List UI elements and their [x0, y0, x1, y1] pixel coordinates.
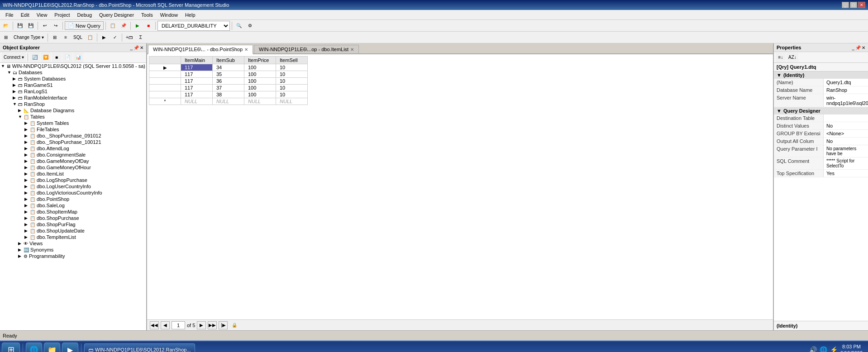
toolbar-results-btn[interactable]: 📋	[85, 33, 95, 43]
menu-query-designer[interactable]: Query Designer	[95, 10, 138, 19]
oe-diagrams-node[interactable]: ▶ 📐 Database Diagrams	[0, 107, 146, 114]
oe-gamemoneyofday-expander[interactable]: ▶	[24, 159, 30, 163]
oe-gamemoneyofday-node[interactable]: ▶ 📋 dbo.GameMoneyOfDay	[0, 158, 146, 164]
new-query-button[interactable]: 📄 New Query	[65, 21, 104, 30]
oe-attendlog-node[interactable]: ▶ 📋 dbo.AttendLog	[0, 145, 146, 152]
taskbar-clock[interactable]: 8:03 PM 9/19/2022	[840, 343, 863, 352]
menu-file[interactable]: File	[2, 10, 17, 19]
oe-attendlog-expander[interactable]: ▶	[24, 146, 30, 151]
nav-prev-btn[interactable]: ◀	[161, 321, 170, 329]
tab-itemlist[interactable]: WIN-NNDPQ1P1LE6\...op - dbo.ItemList ✕	[254, 45, 359, 53]
oe-logvictorius-node[interactable]: ▶ 📋 dbo.LogVictoriousCountryInfo	[0, 190, 146, 196]
oe-databases-node[interactable]: ▼ 🗂 Databases	[0, 69, 146, 76]
cell-itemsub[interactable]: 38	[213, 91, 244, 98]
oe-ranmobile-expander[interactable]: ▶	[13, 95, 18, 100]
oe-shopitemmap-expander[interactable]: ▶	[24, 209, 30, 214]
oe-diagrams-expander[interactable]: ▶	[18, 108, 24, 113]
oe-consignment-node[interactable]: ▶ 📋 dbo.ConsignmentSale	[0, 152, 146, 158]
toolbar-criteria-btn[interactable]: ≡	[61, 33, 71, 43]
cell-itemsub[interactable]: 36	[213, 78, 244, 85]
oe-shopupdate-expander[interactable]: ▶	[24, 228, 30, 233]
oe-tempitemlist-node[interactable]: ▶ 📋 dbo.TempItemList	[0, 234, 146, 240]
oe-shoppurchase-expander[interactable]: ▶	[24, 216, 30, 220]
cell-itemsell[interactable]: 10	[276, 85, 308, 91]
oe-views-expander[interactable]: ▶	[18, 241, 24, 246]
toolbar-stop-btn[interactable]: ■	[143, 21, 153, 31]
oe-filetables-node[interactable]: ▶ 📋 FileTables	[0, 126, 146, 133]
oe-filter-btn[interactable]: 🔽	[41, 52, 51, 62]
oe-rangames1-node[interactable]: ▶ 🗃 RanGameS1	[0, 82, 146, 88]
oe-stop-btn[interactable]: ■	[52, 52, 62, 62]
close-button[interactable]: ✕	[858, 2, 865, 8]
menu-tools[interactable]: Tools	[138, 10, 157, 19]
oe-prog-node[interactable]: ▶ ⚙ Programmability	[0, 253, 146, 259]
oe-tables-node[interactable]: ▼ 📋 Tables	[0, 114, 146, 120]
cell-itemprice[interactable]: 100	[244, 85, 276, 91]
oe-gamemoneyofhour-expander[interactable]: ▶	[24, 165, 30, 170]
cell-itemmain[interactable]: 117	[181, 78, 213, 85]
oe-system-db-node[interactable]: ▶ 🗃 System Databases	[0, 76, 146, 82]
oe-pin-btn[interactable]: 📌	[134, 45, 139, 50]
tray-icon2[interactable]: 🌐	[820, 346, 827, 352]
table-row[interactable]: 1173510010	[149, 71, 308, 78]
oe-itemlist-node[interactable]: ▶ 📋 dbo.ItemList	[0, 171, 146, 177]
table-row[interactable]: 1173610010	[149, 78, 308, 85]
oe-views-node[interactable]: ▶ 👁 Views	[0, 240, 146, 247]
oe-shopupdate-node[interactable]: ▶ 📋 dbo.ShopUpdateDate	[0, 228, 146, 234]
oe-logusercountry-expander[interactable]: ▶	[24, 184, 30, 189]
menu-debug[interactable]: Debug	[74, 10, 95, 19]
taskbar-ie-btn[interactable]: 🌐	[26, 342, 42, 352]
col-itemmain-header[interactable]: ItemMain	[181, 57, 213, 64]
prop-sort-cat-btn[interactable]: ≡↓	[776, 52, 786, 62]
toolbar-copy-btn[interactable]: 📋	[108, 21, 118, 31]
oe-ranshop-expander[interactable]: ▼	[13, 102, 18, 106]
oe-systables-node[interactable]: ▶ 📋 System Tables	[0, 120, 146, 126]
database-dropdown[interactable]: DELAYED_DURABILITY	[157, 21, 230, 31]
toolbar-save-btn[interactable]: 💾	[15, 21, 25, 31]
oe-ranlogs1-expander[interactable]: ▶	[13, 89, 18, 94]
col-itemprice-header[interactable]: ItemPrice	[244, 57, 276, 64]
prop-close-btn[interactable]: ✕	[862, 45, 865, 50]
toolbar-save-all-btn[interactable]: 💾	[26, 21, 36, 31]
cell-itemprice[interactable]: NULL	[244, 98, 276, 105]
taskbar-media-btn[interactable]: ▶	[62, 342, 78, 352]
tab-pointshop-close[interactable]: ✕	[244, 47, 248, 52]
toolbar-diagram-btn[interactable]: ⊞	[50, 33, 60, 43]
menu-window[interactable]: Window	[157, 10, 181, 19]
prop-qd-section[interactable]: ▼ Query Designer	[774, 107, 868, 114]
toolbar-change-type-btn[interactable]: Change Type ▾	[12, 33, 46, 43]
menu-project[interactable]: Project	[51, 10, 73, 19]
oe-systables-expander[interactable]: ▶	[24, 121, 30, 125]
cell-itemmain[interactable]: 117	[181, 91, 213, 98]
start-button[interactable]: ⊞	[2, 342, 20, 352]
oe-ranlogs1-node[interactable]: ▶ 🗃 RanLogS1	[0, 88, 146, 95]
cell-itemprice[interactable]: 100	[244, 78, 276, 85]
nav-extra-btn[interactable]: |▶	[219, 321, 228, 329]
oe-refresh-btn[interactable]: 🔄	[30, 52, 40, 62]
oe-prog-expander[interactable]: ▶	[18, 254, 24, 258]
nav-last-btn[interactable]: ▶▶	[208, 321, 217, 329]
maximize-button[interactable]: □	[850, 2, 857, 8]
oe-logshoppurchase-node[interactable]: ▶ 📋 dbo.LogShopPurchase	[0, 177, 146, 183]
oe-databases-expander[interactable]: ▼	[7, 70, 13, 75]
toolbar-settings-btn[interactable]: ⚙	[245, 21, 255, 31]
oe-gamemoneyofhour-node[interactable]: ▶ 📋 dbo.GameMoneyOfHour	[0, 164, 146, 171]
cell-itemprice[interactable]: 100	[244, 71, 276, 78]
oe-synonyms-node[interactable]: ▶ 🔤 Synonyms	[0, 247, 146, 253]
oe-server-node[interactable]: ▼ 🖥 WIN-NNDPQ1P1LE6\SQL2012 (SQL Server …	[0, 63, 146, 69]
cell-itemmain[interactable]: 117	[181, 64, 213, 71]
toolbar-group-btn[interactable]: Σ	[136, 33, 146, 43]
oe-tables-expander[interactable]: ▼	[18, 114, 24, 119]
toolbar-run-btn[interactable]: ▶	[133, 21, 143, 31]
oe-shoppurchase-node[interactable]: ▶ 📋 dbo.ShopPurchase	[0, 215, 146, 221]
toolbar-verify-btn[interactable]: ✓	[110, 33, 120, 43]
toolbar-run2-btn[interactable]: ▶	[99, 33, 109, 43]
cell-itemsell[interactable]: 10	[276, 64, 308, 71]
tray-icon1[interactable]: 🔊	[809, 346, 817, 352]
oe-synonyms-expander[interactable]: ▶	[18, 247, 24, 252]
oe-filetables-expander[interactable]: ▶	[24, 127, 30, 132]
oe-shoppur-expander[interactable]: ▶	[24, 222, 30, 227]
cell-itemsell[interactable]: NULL	[276, 98, 308, 105]
oe-logshoppurchase-expander[interactable]: ▶	[24, 178, 30, 182]
oe-server-expander[interactable]: ▼	[1, 64, 6, 68]
